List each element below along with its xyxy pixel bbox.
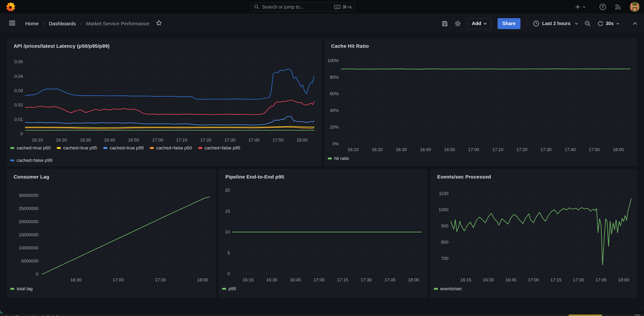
svg-text:0.03: 0.03 [14, 88, 23, 93]
legend-item[interactable]: total lag [10, 286, 33, 291]
svg-text:5000000: 5000000 [21, 258, 38, 263]
time-range-picker[interactable]: Last 2 hours [533, 21, 578, 27]
remote-indicator[interactable] [4, 315, 8, 316]
search-placeholder: Search or jump to... [262, 4, 334, 10]
legend-label: cached=false p95 [205, 145, 240, 151]
warnings-icon [51, 315, 54, 316]
svg-text:20000000: 20000000 [19, 219, 38, 224]
legend-item[interactable]: hit ratio [328, 156, 349, 161]
shortcut-label: ⌘+k [342, 4, 352, 10]
svg-text:18:00: 18:00 [613, 147, 624, 152]
legend-label: cached=true p95 [63, 145, 97, 151]
svg-text:17:20: 17:20 [516, 147, 527, 152]
breadcrumb-separator: › [80, 21, 82, 26]
legend-color-chip [103, 147, 107, 149]
svg-text:17:45: 17:45 [384, 277, 396, 282]
legend-color-chip [10, 159, 14, 161]
legend-item[interactable]: cached=false p95 [198, 145, 240, 151]
grafana-logo[interactable] [6, 2, 15, 12]
svg-text:17:15: 17:15 [550, 277, 562, 282]
search-input[interactable]: Search or jump to... ⌘+k [250, 2, 356, 12]
svg-text:0.01: 0.01 [14, 117, 23, 122]
svg-text:700: 700 [441, 256, 448, 261]
legend-label: events/sec [440, 286, 462, 291]
menu-button[interactable] [8, 20, 16, 27]
add-panel-button[interactable]: Add [467, 18, 491, 29]
panel-api-latency[interactable]: API /prices/latest Latency (p50/p95/p99)… [7, 39, 321, 166]
svg-text:16:30: 16:30 [483, 277, 494, 282]
legend-item[interactable]: cached=true p95 [57, 145, 97, 151]
panel-cache-hit-ratio[interactable]: Cache Hit Ratio 16:1016:2016:3016:4016:5… [324, 39, 637, 166]
dashboard-settings-button[interactable] [454, 20, 461, 27]
svg-text:17:30: 17:30 [361, 277, 372, 282]
zoom-out-button[interactable] [584, 20, 591, 27]
panel-pipeline-p95[interactable]: Pipeline End-to-End p95 16:1516:3016:451… [219, 169, 427, 298]
collapse-toolbar-button[interactable] [632, 22, 638, 26]
time-range-label: Last 2 hours [542, 21, 570, 26]
favorite-button[interactable] [156, 20, 162, 27]
svg-text:18:00: 18:00 [408, 277, 419, 282]
panel-consumer-lag[interactable]: Consumer Lag 16:3017:0017:3018:000500000… [7, 169, 216, 298]
new-button[interactable] [574, 4, 586, 10]
svg-text:17:00: 17:00 [152, 137, 163, 142]
refresh-button[interactable]: 30s [597, 21, 620, 27]
status-bar-item[interactable]: Antigravity [569, 314, 602, 316]
legend-color-chip [10, 288, 14, 290]
svg-text:16:15: 16:15 [460, 277, 471, 282]
svg-text:0.04: 0.04 [14, 74, 23, 79]
chevron-down-icon [575, 23, 578, 25]
screen: Search or jump to... ⌘+k [0, 0, 644, 316]
legend-item[interactable]: events/sec [434, 286, 462, 291]
svg-text:16:30: 16:30 [266, 277, 277, 282]
status-bar-left: main 0 0 [4, 314, 59, 316]
legend-color-chip [198, 147, 202, 149]
legend-label: cached=false p50 [156, 145, 192, 151]
layout-icon [635, 314, 640, 316]
breadcrumb-home[interactable]: Home [25, 21, 39, 27]
svg-text:17:40: 17:40 [564, 147, 576, 152]
git-branch-indicator[interactable]: main [15, 314, 34, 316]
chevron-down-icon [484, 23, 487, 25]
search-shortcut: ⌘+k [334, 4, 352, 10]
breadcrumb-current: Market Service Performance [86, 21, 150, 27]
gear-icon [454, 20, 461, 27]
svg-text:0: 0 [228, 271, 230, 276]
chevron-down-icon [582, 5, 586, 9]
help-button[interactable]: ? [599, 3, 606, 11]
hamburger-icon [8, 20, 16, 26]
svg-text:18:00: 18:00 [296, 137, 308, 142]
legend-color-chip [10, 147, 14, 149]
svg-text:30000000: 30000000 [19, 193, 38, 198]
svg-text:16:20: 16:20 [56, 137, 67, 142]
refresh-interval-label: 30s [606, 21, 614, 26]
legend-item[interactable]: p95 [222, 286, 236, 291]
legend-item[interactable]: cached=false p99 [10, 158, 52, 163]
legend-label: total lag [17, 286, 33, 291]
legend-label: p95 [228, 286, 236, 291]
zoom-out-icon [584, 20, 591, 27]
customize-layout-button[interactable] [635, 314, 640, 316]
legend-item[interactable]: cached=true p50 [10, 145, 50, 151]
svg-text:17:00: 17:00 [468, 147, 479, 152]
problems-indicator[interactable]: 0 0 [42, 314, 59, 316]
breadcrumb-dashboards[interactable]: Dashboards [49, 21, 76, 27]
consumer-lag-chart: 16:3017:0017:3018:0005000000100000001500… [8, 170, 216, 298]
star-icon [156, 20, 162, 26]
svg-text:0%: 0% [332, 141, 339, 146]
errors-icon [42, 315, 45, 316]
remote-icon [4, 315, 8, 316]
save-dashboard-button[interactable] [442, 20, 448, 27]
panel-events-per-sec[interactable]: Events/sec Processed 16:1516:3016:4517:0… [431, 169, 637, 298]
legend-item[interactable]: cached=false p50 [150, 145, 192, 151]
user-avatar[interactable] [630, 2, 640, 12]
grafana-window: Search or jump to... ⌘+k [0, 0, 644, 313]
svg-text:17:00: 17:00 [314, 277, 324, 282]
share-label: Share [502, 21, 516, 26]
news-button[interactable] [614, 3, 622, 11]
consumer-lag-legend: total lag [10, 286, 212, 291]
svg-text:900: 900 [441, 223, 448, 228]
svg-text:16:40: 16:40 [104, 137, 115, 142]
share-button[interactable]: Share [498, 18, 520, 29]
legend-item[interactable]: cached=true p99 [103, 145, 144, 151]
svg-text:16:45: 16:45 [290, 277, 301, 282]
